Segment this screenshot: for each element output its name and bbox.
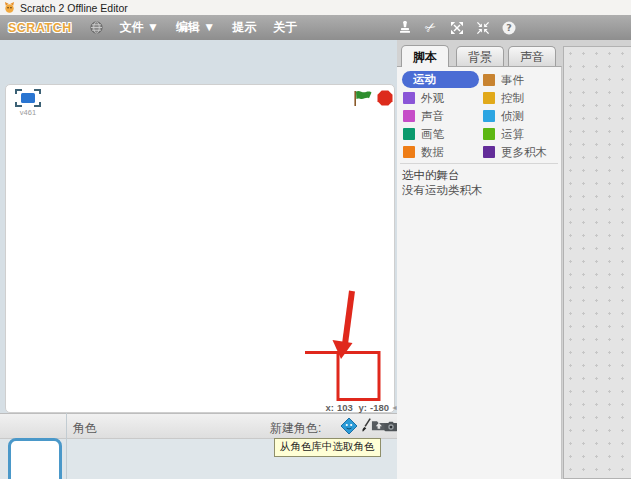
category-color-swatch [403,128,415,140]
window-titlebar: Scratch 2 Offline Editor [0,0,631,15]
grow-icon[interactable] [449,20,464,35]
help-icon[interactable]: ? [501,20,516,35]
menu-about[interactable]: 关于 [273,19,297,36]
svg-text:?: ? [506,22,512,33]
duplicate-stamp-icon[interactable] [397,20,412,35]
palette-divider [400,163,558,164]
category-color-swatch [403,92,415,104]
category-sound[interactable]: 声音 [403,109,444,123]
fullscreen-icon[interactable] [15,89,41,107]
menu-bar: SCRATCH 文件 ▼ 编辑 ▼ 提示 关于 ✂ [0,15,631,40]
category-color-swatch [483,128,495,140]
mouse-coordinates: x:103 y:-180 [194,402,389,413]
sprite-pane-header: 角色 新建角色: [0,413,397,439]
coord-x-label: x: [326,402,334,413]
stage-thumbnail[interactable]: 舞台 1 背景 [8,438,62,479]
category-color-swatch [483,74,495,86]
window-title: Scratch 2 Offline Editor [20,2,128,14]
category-events[interactable]: 事件 [483,73,524,87]
category-color-swatch [483,146,495,158]
shrink-icon[interactable] [475,20,490,35]
camera-sprite-icon[interactable] [384,421,398,432]
stage-panel: v461 x:103 y:-180 ◄ [5,84,395,413]
scratch-editor-window: Scratch 2 Offline Editor SCRATCH 文件 ▼ 编辑… [0,0,631,479]
palette-status-line1: 选中的舞台 [402,168,460,183]
tab-sounds[interactable]: 声音 [508,46,556,66]
menu-edit[interactable]: 编辑 ▼ [176,19,215,36]
scripts-area[interactable] [563,46,631,479]
category-color-swatch [483,110,495,122]
category-control[interactable]: 控制 [483,91,524,105]
cursor-toolbar: ✂ [397,15,516,40]
stage-sprite-region: v461 x:103 y:-180 ◄ 角色 新建角色: [0,40,397,479]
category-motion-label: 运动 [413,73,436,85]
delete-scissors-icon[interactable]: ✂ [423,20,438,35]
category-operators[interactable]: 运算 [483,127,524,141]
menu-file[interactable]: 文件 ▼ [120,19,159,36]
version-label: v461 [15,108,41,117]
category-motion[interactable]: 运动 [402,71,479,88]
sprites-header-label: 角色 [73,420,97,437]
scratch-logo: SCRATCH [8,21,72,35]
tooltip: 从角色库中选取角色 [274,438,381,457]
category-looks[interactable]: 外观 [403,91,444,105]
category-data[interactable]: 数据 [403,145,444,159]
category-more-blocks[interactable]: 更多积木 [483,145,547,159]
menu-tips[interactable]: 提示 [232,19,256,36]
app-cat-icon [4,2,15,13]
category-color-swatch [403,146,415,158]
palette-status-line2: 没有运动类积木 [402,183,483,198]
coord-y-value: -180 [370,402,389,413]
category-color-swatch [483,92,495,104]
stop-icon[interactable] [377,90,393,106]
green-flag-icon[interactable] [353,90,373,107]
category-sensing[interactable]: 侦测 [483,109,524,123]
tab-scripts[interactable]: 脚本 [401,45,449,67]
new-sprite-label: 新建角色: [270,420,321,437]
category-pen[interactable]: 画笔 [403,127,444,141]
language-globe-icon[interactable] [90,21,103,34]
category-color-swatch [403,110,415,122]
coord-y-label: y: [359,402,367,413]
pane-divider [66,413,67,479]
tab-backdrops[interactable]: 背景 [456,46,504,66]
coord-x-value: 103 [337,402,353,413]
new-sprite-from-library-icon[interactable] [340,417,358,435]
